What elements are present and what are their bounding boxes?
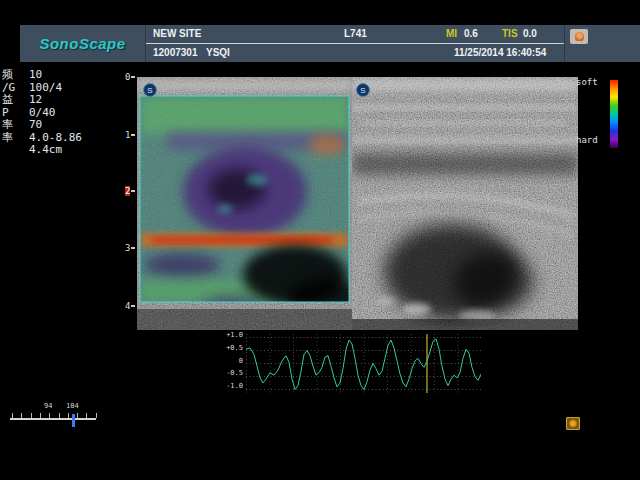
ultrasound-screen: SonoScape NEW SITE L741 MI 0.6 TIS 0.0 1… <box>0 0 640 480</box>
waveform-polyline <box>246 339 481 390</box>
depth-marker-2-focus: 2 <box>125 186 135 196</box>
archive-status-icon[interactable] <box>566 417 580 430</box>
ruler-label-94: 94 <box>44 402 52 410</box>
depth-marker-4: 4 <box>125 301 135 311</box>
exam-datetime: 11/25/2014 16:40:54 <box>454 47 546 58</box>
elasto-soft-label: soft <box>576 77 598 87</box>
waveform-tick-p05: +0.5 <box>225 344 243 352</box>
brand-logo: SonoScape <box>39 35 125 52</box>
param-frequency: 频10 <box>2 69 82 82</box>
ruler-label-104: 104 <box>66 402 79 410</box>
elastography-image-panel[interactable]: S <box>137 77 352 330</box>
param-gain: 益12 <box>2 94 82 107</box>
param-depth: 4.4cm <box>2 144 82 157</box>
svg-text:S: S <box>360 86 365 95</box>
imaging-parameters: 频10 /G100/4 益12 P0/40 率70 率4.0-8.86 4.4c… <box>2 69 82 157</box>
depth-marker-0: 0 <box>125 72 135 82</box>
patient-thumbnail-icon[interactable] <box>570 29 588 44</box>
sonoscape-s-logo-right: S <box>357 84 370 97</box>
waveform-tick-p1: +1.0 <box>225 331 243 339</box>
mi-value: 0.6 <box>464 28 478 39</box>
brand-section: SonoScape <box>20 25 146 62</box>
header-divider-line <box>146 43 564 44</box>
strain-waveform-plot <box>246 334 481 397</box>
bmode-image-panel[interactable]: S <box>352 77 578 330</box>
header-icon-section <box>565 25 640 62</box>
site-name: NEW SITE <box>153 28 201 39</box>
svg-text:S: S <box>147 86 152 95</box>
mi-label: MI <box>446 28 457 39</box>
tis-label: TIS <box>502 28 518 39</box>
ruler-marker[interactable] <box>72 414 75 427</box>
depth-marker-3: 3 <box>125 243 135 253</box>
ruler-line <box>10 418 96 420</box>
param-frame-rate: 率70 <box>2 119 82 132</box>
waveform-tick-m1: -1.0 <box>225 382 243 390</box>
elasto-roi-overlay <box>140 96 352 325</box>
waveform-tick-0: 0 <box>225 357 243 365</box>
thumbnail-glyph <box>575 32 584 41</box>
operator-name: YSQI <box>206 47 230 58</box>
grayscale-ruler: 94 104 <box>10 402 110 428</box>
patient-id: 12007301 <box>153 47 198 58</box>
depth-marker-1: 1 <box>125 130 135 140</box>
elasto-colorbar <box>610 80 618 148</box>
sonoscape-s-logo-left: S <box>144 84 157 97</box>
probe-model: L741 <box>344 28 367 39</box>
header-bar: SonoScape NEW SITE L741 MI 0.6 TIS 0.0 1… <box>20 25 640 62</box>
exam-info-section: NEW SITE L741 MI 0.6 TIS 0.0 12007301 YS… <box>146 25 565 62</box>
elasto-hard-label: hard <box>576 135 598 145</box>
tis-value: 0.0 <box>523 28 537 39</box>
waveform-tick-m05: -0.5 <box>225 369 243 377</box>
